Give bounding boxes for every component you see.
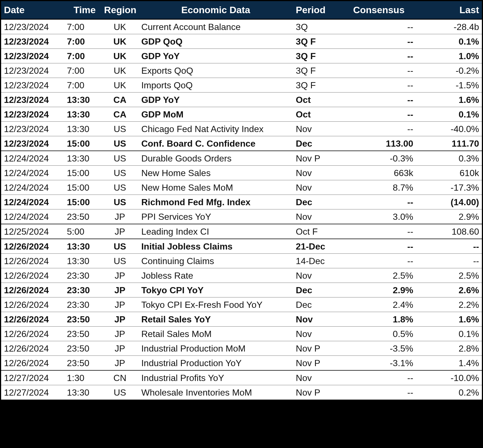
cell-consensus: -- — [342, 63, 416, 78]
cell-economic-data: GDP MoM — [139, 107, 293, 122]
cell-region: JP — [101, 297, 139, 312]
cell-consensus: -- — [342, 122, 416, 136]
cell-consensus: 1.8% — [342, 312, 416, 327]
cell-date: 12/23/2024 — [1, 49, 64, 63]
cell-time: 23:30 — [64, 268, 101, 283]
cell-time: 7:00 — [64, 19, 101, 34]
cell-period: Dec — [293, 136, 342, 151]
cell-region: US — [101, 122, 139, 136]
cell-time: 13:30 — [64, 254, 101, 268]
cell-time: 13:30 — [64, 385, 101, 400]
cell-region: CA — [101, 107, 139, 122]
table-row: 12/24/202413:30USDurable Goods OrdersNov… — [1, 151, 482, 166]
cell-economic-data: GDP QoQ — [139, 34, 293, 49]
cell-region: US — [101, 385, 139, 400]
cell-last: 1.6% — [416, 93, 482, 107]
cell-economic-data: Conf. Board C. Confidence — [139, 136, 293, 151]
cell-period: Dec — [293, 297, 342, 312]
cell-time: 23:50 — [64, 327, 101, 341]
cell-date: 12/23/2024 — [1, 34, 64, 49]
table-row: 12/24/202415:00USNew Home SalesNov663k61… — [1, 166, 482, 180]
cell-last: 2.5% — [416, 268, 482, 283]
cell-region: JP — [101, 356, 139, 371]
table-row: 12/23/202413:30CAGDP YoYOct--1.6% — [1, 93, 482, 107]
cell-last: -0.2% — [416, 63, 482, 78]
cell-last: 1.6% — [416, 312, 482, 327]
cell-period: Nov — [293, 209, 342, 224]
cell-period: Nov P — [293, 356, 342, 371]
cell-economic-data: Initial Jobless Claims — [139, 239, 293, 254]
cell-date: 12/24/2024 — [1, 195, 64, 209]
cell-period: 3Q F — [293, 34, 342, 49]
cell-region: JP — [101, 224, 139, 239]
cell-last: 2.2% — [416, 297, 482, 312]
cell-region: JP — [101, 341, 139, 356]
cell-consensus: -- — [342, 49, 416, 63]
cell-consensus: -- — [342, 239, 416, 254]
cell-time: 13:30 — [64, 93, 101, 107]
cell-consensus: -3.5% — [342, 341, 416, 356]
cell-date: 12/23/2024 — [1, 107, 64, 122]
cell-economic-data: Industrial Production MoM — [139, 341, 293, 356]
cell-time: 13:30 — [64, 239, 101, 254]
cell-last: -- — [416, 254, 482, 268]
cell-date: 12/26/2024 — [1, 327, 64, 341]
cell-consensus: -- — [342, 78, 416, 93]
header-period: Period — [293, 1, 342, 19]
cell-consensus: 113.00 — [342, 136, 416, 151]
cell-economic-data: GDP YoY — [139, 49, 293, 63]
cell-consensus: -3.1% — [342, 356, 416, 371]
header-economic-data: Economic Data — [139, 1, 293, 19]
header-date: Date — [1, 1, 64, 19]
table-row: 12/27/20241:30CNIndustrial Profits YoYNo… — [1, 370, 482, 385]
cell-time: 7:00 — [64, 49, 101, 63]
table-row: 12/23/202415:00USConf. Board C. Confiden… — [1, 136, 482, 151]
cell-time: 15:00 — [64, 136, 101, 151]
cell-economic-data: Retail Sales MoM — [139, 327, 293, 341]
cell-period: Oct — [293, 93, 342, 107]
cell-period: 3Q F — [293, 78, 342, 93]
cell-last: 0.1% — [416, 327, 482, 341]
table-row: 12/23/20247:00UKGDP YoY3Q F--1.0% — [1, 49, 482, 63]
cell-time: 1:30 — [64, 370, 101, 385]
cell-period: Nov — [293, 122, 342, 136]
cell-date: 12/23/2024 — [1, 93, 64, 107]
economic-calendar-page: Date Time Region Economic Data Period Co… — [0, 0, 483, 401]
table-row: 12/23/20247:00UKImports QoQ3Q F---1.5% — [1, 78, 482, 93]
cell-date: 12/23/2024 — [1, 19, 64, 34]
cell-last: 111.70 — [416, 136, 482, 151]
cell-date: 12/24/2024 — [1, 209, 64, 224]
cell-time: 15:00 — [64, 166, 101, 180]
header-region: Region — [101, 1, 139, 19]
cell-economic-data: Richmond Fed Mfg. Index — [139, 195, 293, 209]
cell-consensus: 8.7% — [342, 180, 416, 195]
cell-period: Nov — [293, 180, 342, 195]
table-row: 12/23/20247:00UKCurrent Account Balance3… — [1, 19, 482, 34]
cell-time: 7:00 — [64, 34, 101, 49]
table-row: 12/23/20247:00UKGDP QoQ3Q F--0.1% — [1, 34, 482, 49]
cell-period: 3Q — [293, 19, 342, 34]
cell-economic-data: PPI Services YoY — [139, 209, 293, 224]
cell-date: 12/26/2024 — [1, 356, 64, 371]
cell-last: 0.2% — [416, 385, 482, 400]
cell-consensus: -- — [342, 195, 416, 209]
table-row: 12/24/202423:50JPPPI Services YoYNov3.0%… — [1, 209, 482, 224]
cell-date: 12/24/2024 — [1, 180, 64, 195]
table-row: 12/23/202413:30CAGDP MoMOct--0.1% — [1, 107, 482, 122]
cell-region: US — [101, 136, 139, 151]
cell-period: 14-Dec — [293, 254, 342, 268]
cell-last: 108.60 — [416, 224, 482, 239]
cell-consensus: -- — [342, 19, 416, 34]
table-row: 12/27/202413:30USWholesale Inventories M… — [1, 385, 482, 400]
cell-period: Nov — [293, 370, 342, 385]
cell-date: 12/23/2024 — [1, 63, 64, 78]
table-header-row: Date Time Region Economic Data Period Co… — [1, 1, 482, 19]
table-row: 12/24/202415:00USNew Home Sales MoMNov8.… — [1, 180, 482, 195]
cell-time: 7:00 — [64, 63, 101, 78]
cell-region: US — [101, 180, 139, 195]
table-row: 12/26/202423:50JPRetail Sales YoYNov1.8%… — [1, 312, 482, 327]
cell-period: Oct F — [293, 224, 342, 239]
cell-time: 23:50 — [64, 356, 101, 371]
cell-economic-data: Industrial Production YoY — [139, 356, 293, 371]
cell-period: Dec — [293, 283, 342, 297]
